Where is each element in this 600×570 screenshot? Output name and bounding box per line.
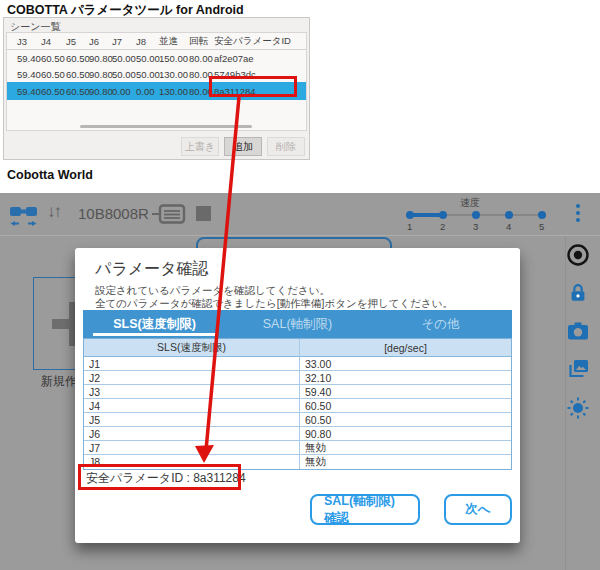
- horizontal-scrollbar[interactable]: [80, 125, 252, 128]
- dialog-description: 設定されているパラメータを確認してください。 全てのパラメータが確認できましたら…: [95, 284, 453, 310]
- speed-dot-1[interactable]: [406, 211, 414, 219]
- add-button[interactable]: 追加: [224, 137, 262, 156]
- lock-icon[interactable]: [566, 281, 590, 305]
- parameter-table-header: SLS(速度制限) [deg/sec]: [84, 339, 511, 357]
- world-title: Cobotta World: [7, 168, 93, 182]
- scene-table-row[interactable]: 59.40 60.50 60.50 90.80 50.00 50.00 150.…: [7, 50, 306, 66]
- scene-table-header: J3 J4 J5 J6 J7 J8 並進 回転 安全パラメータID: [7, 33, 306, 50]
- speed-dot-5[interactable]: [538, 211, 546, 219]
- table-row: J460.50: [84, 399, 511, 413]
- tab-sls[interactable]: SLS(速度制限): [83, 310, 226, 338]
- speed-dot-2[interactable]: [439, 211, 447, 219]
- delete-button[interactable]: 削除: [267, 137, 305, 156]
- annotation-box-dialog-id: [78, 464, 241, 490]
- record-icon[interactable]: [566, 243, 590, 267]
- more-menu-icon[interactable]: [573, 204, 583, 228]
- annotation-box-scene-id: [209, 76, 297, 97]
- camera-icon[interactable]: [566, 319, 590, 343]
- table-row: J133.00: [84, 357, 511, 371]
- dialog-tab-bar: SLS(速度制限) SAL(軸制限) その他: [83, 310, 512, 338]
- speed-slider[interactable]: 1 2 3 4 5: [398, 205, 558, 231]
- overwrite-button[interactable]: 上書き: [181, 137, 219, 156]
- table-row: J232.10: [84, 371, 511, 385]
- robot-id-label: 10B8008R: [78, 205, 149, 222]
- tab-sal[interactable]: SAL(軸制限): [226, 310, 369, 338]
- import-export-icon[interactable]: ↓↑: [47, 202, 60, 222]
- scene-button-row: 上書き 追加 削除: [181, 137, 305, 156]
- scene-list-icon[interactable]: [152, 204, 186, 224]
- table-row: J7無効: [84, 441, 511, 455]
- gallery-icon[interactable]: [566, 357, 590, 381]
- speed-dot-3[interactable]: [472, 211, 480, 219]
- toolbar-separator: [0, 235, 600, 236]
- dialog-button-row: SAL(軸制限)確認 次へ: [310, 494, 512, 525]
- tab-other[interactable]: その他: [369, 310, 512, 338]
- speed-slider-track: [443, 214, 542, 216]
- brightness-icon[interactable]: [566, 396, 590, 420]
- parameter-table: SLS(速度制限) [deg/sec] J133.00 J232.10 J359…: [83, 338, 512, 470]
- stop-icon[interactable]: [196, 206, 211, 221]
- table-row: J690.80: [84, 427, 511, 441]
- sal-confirm-button[interactable]: SAL(軸制限)確認: [310, 494, 420, 525]
- table-row: J359.40: [84, 385, 511, 399]
- table-row: J560.50: [84, 413, 511, 427]
- speed-dot-4[interactable]: [505, 211, 513, 219]
- next-button[interactable]: 次へ: [444, 494, 512, 525]
- connect-icon[interactable]: [9, 202, 41, 228]
- dialog-title: パラメータ確認: [95, 259, 209, 280]
- parameter-confirm-dialog: パラメータ確認 設定されているパラメータを確認してください。 全てのパラメータが…: [75, 248, 520, 543]
